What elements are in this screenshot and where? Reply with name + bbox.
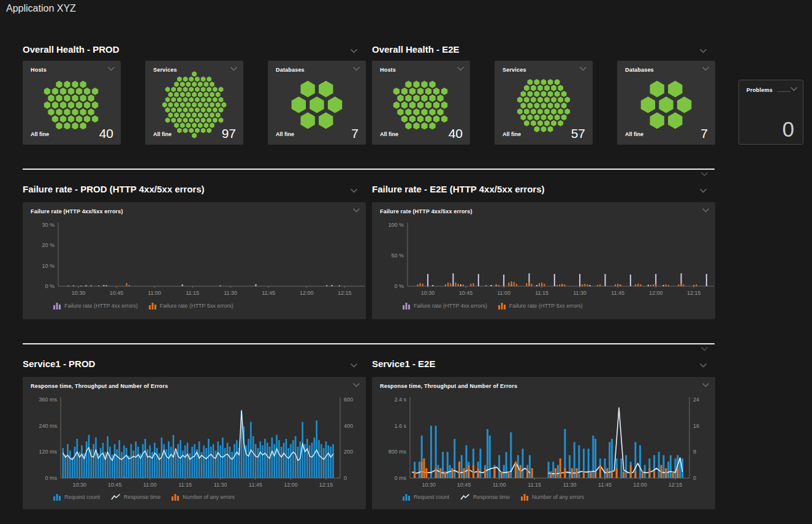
healthy-hexagon [177,107,182,113]
healthy-hexagon [433,88,439,95]
legend-label: Response time [124,494,161,500]
legend-item[interactable]: Request count [403,493,449,501]
section-collapse-chevron-service-e2e[interactable] [699,363,707,368]
healthy-hexagon [222,102,227,108]
healthy-hexagon [195,86,200,92]
healthy-hexagon [52,88,58,95]
health-status-label: All fine [31,131,49,137]
healthy-hexagon [210,123,214,128]
healthy-hexagon [192,102,197,108]
healthy-hexagon [72,122,78,129]
healthy-hexagon [174,112,179,118]
problems-tile-chevron[interactable] [790,86,798,92]
chart-tile-failure-e2e[interactable]: Failure rate (HTTP 4xx/5xx errors) 0 %50… [372,202,715,319]
healthy-hexagon [76,88,82,95]
divider-collapse-chevron-2[interactable] [700,346,708,352]
healthy-hexagon [541,102,547,108]
chart-plot: 0 %50 %100 %10:3010:4511:0011:1511:3011:… [372,202,715,335]
healthy-hexagon [183,127,188,133]
svg-text:0: 0 [693,475,696,481]
healthy-hexagon [558,97,563,103]
healthy-hexagon [551,97,556,103]
svg-text:11:45: 11:45 [598,482,612,488]
legend-item[interactable]: Failure rate (HTTP 5xx errors) [498,302,583,309]
healthy-hexagon [561,91,567,97]
healthy-hexagon [520,91,526,97]
svg-text:10:30: 10:30 [422,482,436,488]
healthy-hexagon [171,97,176,102]
legend-item[interactable]: Failure rate (HTTP 4xx errors) [53,302,138,309]
healthy-hexagon [319,112,333,129]
healthy-hexagon [180,123,185,128]
healthy-hexagon [48,94,54,102]
section-collapse-chevron-service-prod[interactable] [350,363,358,368]
healthy-hexagon [207,107,211,113]
healthy-hexagon [168,112,173,118]
healthy-hexagon [216,112,221,118]
legend-item[interactable]: Failure rate (HTTP 5xx errors) [149,302,233,309]
chart-tile-service-e2e[interactable]: Response time, Throughput and Number of … [372,377,715,509]
healthy-hexagon [60,115,66,123]
svg-text:30 %: 30 % [42,222,55,228]
healthy-hexagon [409,88,415,95]
healthy-hexagon [213,118,218,123]
health-tile-hosts-prod[interactable]: Hosts All fine 40 [23,61,121,145]
health-status-label: All fine [625,131,643,137]
legend-item[interactable]: Failure rate (HTTP 4xx errors) [403,302,487,309]
health-entity-count: 40 [99,126,113,141]
legend-item[interactable]: Request count [53,493,100,501]
legend-item[interactable]: Number of any errors [521,493,584,501]
healthy-hexagon [417,115,423,123]
healthy-hexagon [60,102,66,109]
legend-item[interactable]: Number of any errors [172,493,235,501]
line-chart-icon [460,493,470,501]
healthy-hexagon [401,102,408,109]
section-collapse-chevron-failure-e2e[interactable] [699,188,707,194]
healthy-hexagon [92,115,98,123]
health-tile-databases-prod[interactable]: Databases All fine 7 [268,61,366,145]
svg-text:12:15: 12:15 [319,482,333,488]
problems-tile[interactable]: Problems 0 [738,80,803,145]
healthy-hexagon [441,88,447,95]
section-collapse-chevron-health-prod[interactable] [350,48,358,54]
healthy-hexagon [548,126,553,132]
healthy-hexagon [441,102,447,109]
healthy-hexagon [171,118,176,123]
health-tile-services-prod[interactable]: Services All fine 97 [145,61,243,145]
chart-tile-failure-prod[interactable]: Failure rate (HTTP 4xx/5xx errors) 0 %10… [23,202,366,319]
healthy-hexagon [72,108,78,116]
healthy-hexagon [56,122,62,129]
healthy-hexagon [216,92,221,97]
legend-item[interactable]: Response time [111,493,161,501]
health-entity-count: 57 [571,126,585,141]
healthy-hexagon [425,102,431,109]
section-collapse-chevron-health-e2e[interactable] [699,48,707,54]
healthy-hexagon [192,92,197,97]
svg-text:12:00: 12:00 [300,290,314,296]
chart-tile-service-prod[interactable]: Response time, Throughput and Number of … [23,377,366,509]
health-tile-databases-e2e[interactable]: Databases All fine 7 [617,61,715,145]
healthy-hexagon [180,112,185,118]
divider-collapse-chevron-1[interactable] [700,172,708,177]
health-entity-count: 7 [351,126,359,141]
healthy-hexagon [52,102,58,109]
healthy-hexagon [541,114,547,120]
health-tile-hosts-e2e[interactable]: Hosts All fine 40 [372,61,470,145]
healthy-hexagon [204,82,209,87]
healthy-hexagon [441,115,447,123]
healthy-hexagon [72,81,78,88]
healthy-hexagon [544,97,550,103]
section-collapse-chevron-failure-prod[interactable] [350,188,358,194]
healthy-hexagon [210,102,214,108]
legend-item[interactable]: Response time [460,493,510,501]
healthy-hexagon [165,97,170,102]
healthy-hexagon [548,102,553,108]
svg-text:11:45: 11:45 [611,290,624,296]
healthy-hexagon [183,107,188,113]
healthy-hexagon [433,115,439,123]
health-tile-services-e2e[interactable]: Services All fine 57 [495,61,593,145]
svg-text:0 %: 0 % [394,283,404,289]
healthy-hexagon [189,107,194,113]
healthy-hexagon [531,85,536,91]
legend-label: Response time [473,494,510,500]
